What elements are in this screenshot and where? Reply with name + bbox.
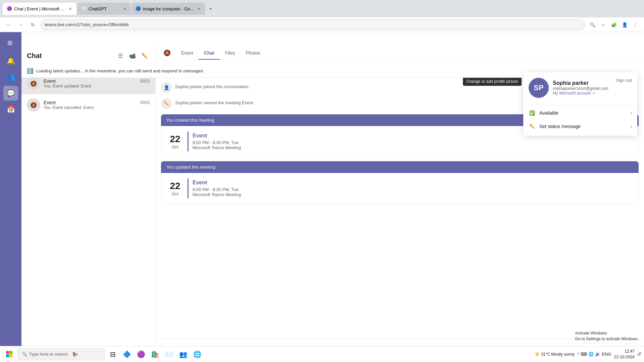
avatar: 🔕 bbox=[27, 77, 40, 90]
date-display: 22-10-2024 bbox=[614, 354, 635, 360]
taskbar-search[interactable]: 🔍 Type here to search 🦫 bbox=[17, 348, 105, 360]
activation-line1: Activate Windows bbox=[575, 330, 639, 336]
tab-chatgpt-title: ChatGPT bbox=[89, 6, 120, 11]
reload-button[interactable]: ↻ bbox=[28, 20, 38, 29]
taskbar-sys-icons: ☀️ 31°C Mostly sunny bbox=[535, 352, 575, 357]
chat-panel-title: Chat bbox=[27, 52, 112, 60]
meeting-day: 22 bbox=[167, 134, 183, 144]
profile-dropdown: SP Sophia parker sophiaparker14oct@gmail… bbox=[523, 72, 637, 136]
taskbar-chrome[interactable]: 🌐 bbox=[191, 348, 204, 361]
chat-header-actions: ☰ 📹 ✏️ bbox=[115, 50, 150, 61]
zoom-icon[interactable]: 🔍 bbox=[588, 20, 597, 29]
taskbar-store[interactable]: 🛍️ bbox=[148, 348, 162, 361]
svg-rect-3 bbox=[9, 351, 12, 354]
nav-chat[interactable]: 💬 bbox=[3, 86, 18, 101]
tab-photos[interactable]: Photos bbox=[240, 46, 266, 60]
meeting-date: 22 Oct bbox=[167, 134, 183, 149]
new-chat-button[interactable]: ✏️ bbox=[139, 50, 150, 61]
tab-chat[interactable]: Chat bbox=[199, 46, 220, 60]
nav-people[interactable]: 👥 bbox=[3, 70, 18, 84]
taskbar: 🔍 Type here to search 🦫 ⊟ 🔷 🟣 🛍️ ✉️ 👥 🌐 … bbox=[0, 346, 644, 362]
meeting-divider bbox=[187, 178, 189, 198]
system-text: Sophia parker named the meeting Event. bbox=[175, 98, 254, 105]
nav-notifications[interactable]: 🔔 bbox=[3, 54, 18, 68]
tab-files[interactable]: Files bbox=[220, 46, 240, 60]
svg-rect-5 bbox=[9, 354, 12, 357]
start-button[interactable] bbox=[3, 348, 16, 361]
notification-text: Loading latest updates... in the meantim… bbox=[36, 68, 203, 73]
chevron-right-icon: › bbox=[630, 110, 632, 116]
left-nav: ⊞ 🔔 👥 💬 📅 SP bbox=[0, 32, 21, 362]
svg-rect-2 bbox=[6, 351, 9, 354]
taskbar-search-placeholder: Type here to search bbox=[29, 352, 68, 357]
chat-item[interactable]: 🔕 Event 10/21 You: Event cancelled: Even… bbox=[21, 94, 155, 116]
taskbar-teams-pin[interactable]: 🟣 bbox=[134, 348, 148, 361]
system-tray[interactable]: ^ ⌨ 🌐 🔊 ENG bbox=[577, 352, 611, 357]
tab-google[interactable]: 🔵 image for computer - Google S... ✕ bbox=[131, 3, 205, 15]
sign-out-button[interactable]: Sign out bbox=[616, 78, 632, 83]
nav-teams-logo[interactable]: ⊞ bbox=[3, 35, 18, 50]
tab-teams[interactable]: 🟣 Chat | Event | Microsoft Teams ✕ bbox=[3, 3, 76, 15]
meeting-divider bbox=[187, 131, 189, 152]
address-bar[interactable]: teams.live.com/v2/?utm_source=OfficeWeb bbox=[40, 19, 585, 30]
chat-name: Event bbox=[44, 78, 56, 84]
tab-chatgpt-close[interactable]: ✕ bbox=[122, 6, 127, 12]
svg-text:⊞: ⊞ bbox=[7, 40, 12, 46]
tab-bar: 🟣 Chat | Event | Microsoft Teams ✕ 🤍 Cha… bbox=[3, 3, 215, 15]
video-call-button[interactable]: 📹 bbox=[127, 50, 138, 61]
volume-icon: 🔊 bbox=[595, 352, 600, 357]
back-button[interactable]: ← bbox=[4, 20, 13, 29]
tab-google-close[interactable]: ✕ bbox=[197, 6, 201, 12]
star-icon[interactable]: ☆ bbox=[598, 20, 608, 29]
browser-toolbar: ← → ↻ teams.live.com/v2/?utm_source=Offi… bbox=[0, 17, 644, 32]
profile-icon[interactable]: 👤 bbox=[620, 20, 629, 29]
mute-button[interactable]: 🔕 bbox=[161, 47, 173, 59]
chat-date: 10/21 bbox=[140, 100, 150, 105]
forward-button[interactable]: → bbox=[16, 20, 25, 29]
dropdown-header: SP Sophia parker sophiaparker14oct@gmail… bbox=[523, 72, 637, 103]
more-icon[interactable]: ⋮ bbox=[631, 20, 640, 29]
taskbar-dog-icon: 🦫 bbox=[72, 352, 78, 357]
weather-icon: ☀️ bbox=[535, 352, 540, 357]
activation-watermark: Activate Windows Go to Settings to activ… bbox=[575, 330, 639, 342]
extensions-icon[interactable]: 🧩 bbox=[609, 20, 619, 29]
status-available-item[interactable]: ✅ Available › bbox=[523, 106, 637, 120]
toolbar-actions: 🔍 ☆ 🧩 👤 ⋮ bbox=[588, 20, 640, 29]
chat-info: Event 10/21 You: Event cancelled: Event bbox=[44, 100, 150, 110]
tab-event[interactable]: Event bbox=[176, 46, 199, 60]
tray-expand[interactable]: ^ bbox=[577, 352, 579, 357]
meeting-date: 22 Oct bbox=[167, 181, 183, 196]
taskbar-time[interactable]: 12:47 22-10-2024 bbox=[614, 349, 635, 360]
chat-list: 🔕 Event 10/21 You: Event updated: Event … bbox=[21, 73, 155, 342]
ms-account-link[interactable]: My Microsoft account ↗ bbox=[553, 91, 632, 96]
filter-button[interactable]: ☰ bbox=[115, 50, 126, 61]
meeting-type: Microsoft Teams Meeting bbox=[193, 145, 633, 150]
app-container: ℹ️ Loading latest updates... in the mean… bbox=[0, 32, 644, 362]
taskbar-task-view[interactable]: ⊟ bbox=[106, 348, 119, 361]
google-favicon: 🔵 bbox=[136, 6, 141, 11]
new-tab-button[interactable]: + bbox=[206, 4, 215, 13]
dropdown-divider bbox=[523, 105, 637, 105]
tab-google-title: image for computer - Google S... bbox=[143, 6, 195, 11]
taskbar-mail[interactable]: ✉️ bbox=[162, 348, 176, 361]
taskbar-edge[interactable]: 🔷 bbox=[120, 348, 133, 361]
notifications-tray[interactable]: 🗪 bbox=[637, 352, 641, 357]
meeting-month: Oct bbox=[167, 144, 183, 149]
meeting-card-updated: You updated this meeting 22 Oct Event 8:… bbox=[161, 161, 639, 204]
status-message-icon: ✏️ bbox=[529, 123, 535, 130]
meeting-details: Event 8:00 PM - 8:30 PM, Tue Microsoft T… bbox=[193, 180, 633, 197]
chat-preview: You: Event updated: Event bbox=[44, 84, 150, 88]
taskbar-teams2[interactable]: 👥 bbox=[176, 348, 190, 361]
weather-text: 31°C Mostly sunny bbox=[541, 352, 575, 357]
mute-icon: 🔕 bbox=[30, 80, 37, 87]
tab-chatgpt[interactable]: 🤍 ChatGPT ✕ bbox=[77, 3, 131, 15]
meeting-day: 22 bbox=[167, 181, 183, 191]
nav-calendar[interactable]: 📅 bbox=[3, 102, 18, 117]
address-url: teams.live.com/v2/?utm_source=OfficeWeb bbox=[45, 22, 129, 27]
profile-avatar-large[interactable]: SP bbox=[529, 78, 549, 98]
chat-tabs: 🔕 Event Chat Files Photos bbox=[156, 46, 644, 60]
set-status-item[interactable]: ✏️ Set status message › bbox=[523, 120, 637, 133]
tab-teams-close[interactable]: ✕ bbox=[68, 6, 72, 12]
profile-email: sophiaparker14oct@gmail.com bbox=[553, 86, 632, 91]
meeting-time: 8:00 PM - 8:30 PM, Tue bbox=[193, 140, 633, 145]
